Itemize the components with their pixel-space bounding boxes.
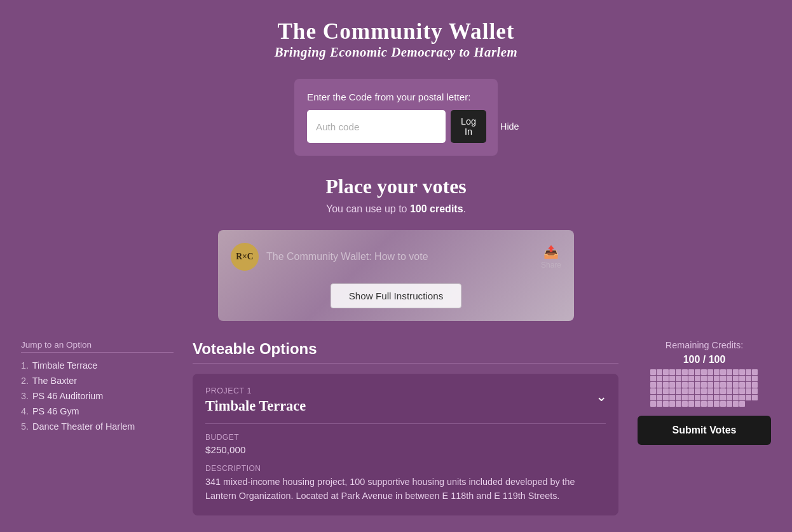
project-label: PROJECT 1: [205, 386, 606, 395]
credit-dot: [714, 388, 720, 394]
credit-dot: [695, 401, 700, 407]
project-description: 341 mixed-income housing project, 100 su…: [205, 475, 606, 503]
credit-dot: [701, 388, 707, 394]
credit-dot: [682, 401, 688, 407]
credit-dot: [663, 382, 669, 388]
item-label-2: The Baxter: [32, 376, 77, 386]
description-label: DESCRIPTION: [205, 464, 606, 473]
credit-dot: [746, 382, 751, 388]
credit-dot: [669, 369, 675, 375]
credit-dot: [752, 388, 758, 394]
page-header: The Community Wallet Bringing Economic D…: [0, 0, 792, 72]
login-button[interactable]: Log In: [451, 110, 486, 143]
item-num-3: 3.: [21, 391, 29, 401]
credit-dot: [733, 376, 739, 381]
credit-dot: [739, 401, 745, 407]
page-title: The Community Wallet: [13, 19, 779, 44]
credit-dot: [657, 382, 662, 388]
sidebar-item-1[interactable]: 1. Timbale Terrace: [21, 360, 174, 371]
main-layout: Jump to an Option 1. Timbale Terrace 2. …: [15, 340, 777, 515]
credit-dot: [650, 376, 656, 381]
sidebar-item-2[interactable]: 2. The Baxter: [21, 376, 174, 386]
credit-dot: [682, 395, 688, 400]
share-label: Share: [541, 261, 561, 269]
item-label-5: Dance Theater of Harlem: [32, 421, 135, 432]
credit-dot: [701, 369, 707, 375]
share-icon: 📤: [543, 245, 559, 259]
project-divider: [205, 423, 606, 424]
submit-votes-button[interactable]: Submit Votes: [638, 416, 771, 445]
credit-dot: [663, 376, 669, 381]
credit-dot: [695, 369, 700, 375]
sidebar-item-5[interactable]: 5. Dance Theater of Harlem: [21, 421, 174, 432]
credit-dot: [707, 382, 713, 388]
credit-dot: [688, 376, 694, 381]
credit-dot: [688, 395, 694, 400]
video-logo: R×C: [231, 243, 259, 271]
credit-dot: [746, 369, 751, 375]
credit-dot: [707, 395, 713, 400]
credit-dot: [701, 376, 707, 381]
credit-dot: [707, 376, 713, 381]
credit-dot: [650, 369, 656, 375]
credit-dot: [650, 395, 656, 400]
credit-dot: [733, 388, 739, 394]
credit-dot: [707, 401, 713, 407]
sidebar-list: 1. Timbale Terrace 2. The Baxter 3. PS 4…: [21, 360, 174, 432]
credit-dot: [669, 395, 675, 400]
item-num-1: 1.: [21, 360, 29, 371]
budget-label: BUDGET: [205, 433, 606, 442]
project-name: Timbale Terrace: [205, 398, 606, 414]
credit-dot: [676, 376, 681, 381]
credit-dot: [688, 369, 694, 375]
credit-dot: [714, 369, 720, 375]
place-votes-title: Place your votes: [0, 175, 792, 198]
place-votes-subtitle: You can use up to 100 credits.: [0, 203, 792, 215]
credit-dot: [739, 395, 745, 400]
credit-dot: [707, 369, 713, 375]
credit-dot: [733, 401, 739, 407]
right-panel: Remaining Credits: 100 / 100 Submit Vote…: [631, 340, 771, 515]
credit-dot: [727, 388, 732, 394]
credit-dot: [657, 395, 662, 400]
credit-dot: [752, 395, 758, 400]
credit-dot: [663, 388, 669, 394]
item-label-4: PS 46 Gym: [32, 406, 79, 416]
sidebar-item-3[interactable]: 3. PS 46 Auditorium: [21, 391, 174, 401]
credit-dot: [714, 376, 720, 381]
item-num-5: 5.: [21, 421, 29, 432]
hide-button[interactable]: Hide: [491, 110, 528, 143]
credit-dot: [657, 369, 662, 375]
credit-dot: [676, 388, 681, 394]
credit-dot: [701, 401, 707, 407]
credit-dot: [727, 401, 732, 407]
credit-dot: [746, 376, 751, 381]
credit-dot: [746, 388, 751, 394]
video-title: The Community Wallet: How to vote: [266, 251, 533, 263]
credit-dot: [727, 395, 732, 400]
credit-dot: [688, 401, 694, 407]
expand-project-button[interactable]: ⌄: [596, 388, 607, 405]
sidebar-item-4[interactable]: 4. PS 46 Gym: [21, 406, 174, 416]
subtitle-prefix: You can use up to: [326, 203, 410, 214]
share-button[interactable]: 📤 Share: [541, 245, 561, 269]
credit-dot: [682, 382, 688, 388]
credit-dot: [669, 376, 675, 381]
credit-dot: [682, 376, 688, 381]
item-num-4: 4.: [21, 406, 29, 416]
credit-dot: [720, 369, 726, 375]
credit-dot: [663, 369, 669, 375]
credit-dot: [682, 369, 688, 375]
credit-dot: [663, 401, 669, 407]
credit-dot: [752, 382, 758, 388]
remaining-credits-label: Remaining Credits:: [666, 340, 743, 350]
credit-dot: [720, 388, 726, 394]
credit-dot: [676, 382, 681, 388]
show-instructions-button[interactable]: Show Full Instructions: [331, 283, 462, 308]
voteable-divider: [193, 363, 618, 364]
credit-dot: [650, 401, 656, 407]
credit-dot: [688, 382, 694, 388]
auth-code-input[interactable]: [307, 110, 446, 143]
auth-row: Log In Hide: [307, 110, 485, 143]
credit-dot: [657, 376, 662, 381]
